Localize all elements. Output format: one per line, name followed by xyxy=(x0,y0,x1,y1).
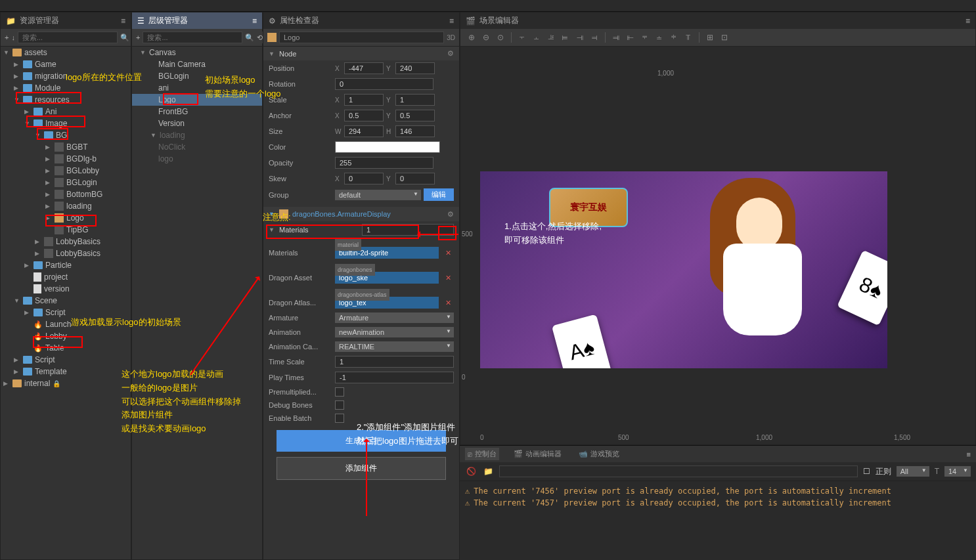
scene-toolbar: ⊕ ⊖ ⊙ ⫟ ⫠ ⫡ ⫢ ⫣ ⫤ ⫥ ⫦ ⫧ ⫨ ⫩ ⫪ ⊞ ⊡ xyxy=(460,29,975,47)
inspector-panel: ⚙ 属性检查器 ≡ 3D ▼ Node ⚙ PositionXY Rotatio… xyxy=(263,12,460,560)
timescale-input[interactable] xyxy=(335,356,454,368)
menu-icon[interactable]: ≡ xyxy=(252,16,257,26)
armature-dropdown[interactable]: Armature xyxy=(335,312,454,323)
remove-btn[interactable]: ✕ xyxy=(443,274,454,282)
logo-node[interactable]: 寰宇互娱 xyxy=(549,188,628,227)
search-icon[interactable]: 🔍 xyxy=(245,32,254,43)
skew-x-input[interactable] xyxy=(344,173,384,184)
console-panel: ⎚控制台 🎬动画编辑器 📹游戏预览 ≡ 🚫 📁 ☐ 正则 All T 14 ⚠T… xyxy=(460,445,976,560)
dist-h-icon[interactable]: ⫥ xyxy=(610,32,622,43)
menu-icon[interactable]: ≡ xyxy=(449,16,454,26)
align-left-icon[interactable]: ⫟ xyxy=(516,32,528,43)
group-dropdown[interactable]: default xyxy=(335,190,421,200)
gear-icon[interactable]: ⚙ xyxy=(447,210,454,219)
enablebatch-checkbox[interactable] xyxy=(335,414,344,423)
assets-tree[interactable]: ▼assets ▶Game ▶migration ▶Module ▼resour… xyxy=(1,47,131,559)
dist-icon[interactable]: ⫧ xyxy=(639,32,651,43)
assets-panel: 📁 资源管理器 ≡ + ↓ 🔍 ▼assets ▶Game ▶migration… xyxy=(0,12,131,560)
sort-btn[interactable]: ↓ xyxy=(11,32,15,43)
tab-console[interactable]: ⎚控制台 xyxy=(465,448,499,460)
console-search[interactable] xyxy=(499,465,858,477)
zoom-in-icon[interactable]: ⊕ xyxy=(466,32,477,43)
assets-search[interactable] xyxy=(18,32,118,43)
add-btn[interactable]: + xyxy=(5,32,9,43)
warn-icon: ⚠ xyxy=(465,486,470,496)
menu-icon[interactable]: ≡ xyxy=(965,16,970,26)
playtimes-input[interactable] xyxy=(335,372,454,383)
pos-x-input[interactable] xyxy=(344,62,384,74)
filter-dropdown[interactable]: All xyxy=(897,466,929,477)
generate-btn[interactable]: 生成挂点 xyxy=(277,430,446,452)
remove-btn[interactable]: ✕ xyxy=(443,249,454,257)
scene-panel: 🎬 场景编辑器 ≡ ⊕ ⊖ ⊙ ⫟ ⫠ ⫡ ⫢ ⫣ ⫤ ⫥ ⫦ ⫧ ⫨ ⫩ xyxy=(460,12,976,445)
grid-icon[interactable]: ⊞ xyxy=(704,32,716,43)
hierarchy-tree[interactable]: ▼Canvas Main Camera BGLogin ani Logo Fro… xyxy=(132,47,262,559)
warn-icon: ⚠ xyxy=(465,498,470,507)
zoom-fit-icon[interactable]: ⊙ xyxy=(495,32,506,43)
scene-viewport[interactable]: 1,000 500 0 寰宇互娱 8♠ A♠ 0 500 xyxy=(460,47,975,444)
scene-icon: 🎬 xyxy=(466,16,476,26)
rot-input[interactable] xyxy=(335,78,433,90)
regex-checkbox[interactable]: ☐ xyxy=(863,467,870,476)
dist-icon[interactable]: ⫨ xyxy=(654,32,665,43)
align-top-icon[interactable]: ⫢ xyxy=(560,32,571,43)
dragon-atlas-ref[interactable]: dragonbones-atlaslogo_tex xyxy=(335,297,439,309)
component-enabled-checkbox[interactable] xyxy=(279,209,288,219)
add-component-btn[interactable]: 添加组件 xyxy=(277,457,446,480)
hierarchy-search[interactable] xyxy=(143,32,242,43)
console-line: The current '7456' preview port is alrea… xyxy=(474,486,891,496)
zoom-out-icon[interactable]: ⊖ xyxy=(480,32,492,43)
size-w-input[interactable] xyxy=(344,125,384,137)
clear-icon[interactable]: 🚫 xyxy=(465,465,477,477)
scene-title: 场景编辑器 xyxy=(479,15,962,26)
console-line: The current '7457' preview port is alrea… xyxy=(474,498,891,507)
remove-btn[interactable]: ✕ xyxy=(443,299,454,307)
align-middle-icon[interactable]: ⫣ xyxy=(574,32,586,43)
gear-icon[interactable]: ⚙ xyxy=(447,49,454,58)
hierarchy-logo[interactable]: Logo xyxy=(132,94,262,106)
scene-canvas[interactable]: 寰宇互娱 8♠ A♠ xyxy=(480,171,887,368)
dragon-asset-ref[interactable]: dragonboneslogo_ske xyxy=(335,272,439,284)
tab-animation[interactable]: 🎬动画编辑器 xyxy=(511,448,564,460)
hierarchy-icon: ☰ xyxy=(137,16,144,26)
align-center-icon[interactable]: ⫠ xyxy=(531,32,543,43)
scale-x-input[interactable] xyxy=(344,94,384,106)
scale-y-input[interactable] xyxy=(395,94,435,106)
inspector-title: 属性检查器 xyxy=(280,15,445,26)
assets-title: 资源管理器 xyxy=(20,15,117,26)
premult-checkbox[interactable] xyxy=(335,387,344,397)
skew-y-input[interactable] xyxy=(395,173,435,184)
dist-v-icon[interactable]: ⫦ xyxy=(625,32,636,43)
align-right-icon[interactable]: ⫡ xyxy=(545,32,557,43)
opacity-input[interactable] xyxy=(335,157,433,169)
color-picker[interactable] xyxy=(335,141,440,153)
pos-y-input[interactable] xyxy=(395,62,435,74)
material-ref[interactable]: materialbuiltin-2d-sprite xyxy=(335,247,439,259)
gear-icon: ⚙ xyxy=(269,16,276,26)
anchor-y-input[interactable] xyxy=(395,110,435,121)
cache-dropdown[interactable]: REALTIME xyxy=(335,341,454,352)
component-section[interactable]: ▼ dragonBones.ArmatureDisplay ⚙ xyxy=(263,207,459,221)
tab-preview[interactable]: 📹游戏预览 xyxy=(576,448,622,460)
node-enabled-checkbox[interactable] xyxy=(267,33,277,42)
align-bottom-icon[interactable]: ⫤ xyxy=(588,32,600,43)
snap-icon[interactable]: ⊡ xyxy=(719,32,730,43)
menu-icon[interactable]: ≡ xyxy=(121,16,125,26)
edit-btn[interactable]: 编辑 xyxy=(424,188,454,201)
anchor-x-input[interactable] xyxy=(344,110,384,121)
dist-icon[interactable]: ⫩ xyxy=(668,32,680,43)
folder-icon[interactable]: 📁 xyxy=(482,465,494,477)
search-icon[interactable]: 🔍 xyxy=(120,32,129,43)
dist-icon[interactable]: ⫪ xyxy=(682,32,694,43)
size-h-input[interactable] xyxy=(395,125,435,137)
hierarchy-panel: ☰ 层级管理器 ≡ + 🔍 ⟲ ⤢ ▼Canvas Main Camera BG… xyxy=(131,12,263,560)
node-name-input[interactable] xyxy=(279,32,444,43)
animation-dropdown[interactable]: newAnimation xyxy=(335,327,454,337)
assets-icon: 📁 xyxy=(6,16,16,26)
menu-icon[interactable]: ≡ xyxy=(967,450,971,458)
fontsize-dropdown[interactable]: 14 xyxy=(944,466,971,477)
add-btn[interactable]: + xyxy=(136,32,140,43)
debugbones-checkbox[interactable] xyxy=(335,400,344,410)
node-section[interactable]: ▼ Node ⚙ xyxy=(263,47,459,60)
hierarchy-title: 层级管理器 xyxy=(148,15,248,26)
